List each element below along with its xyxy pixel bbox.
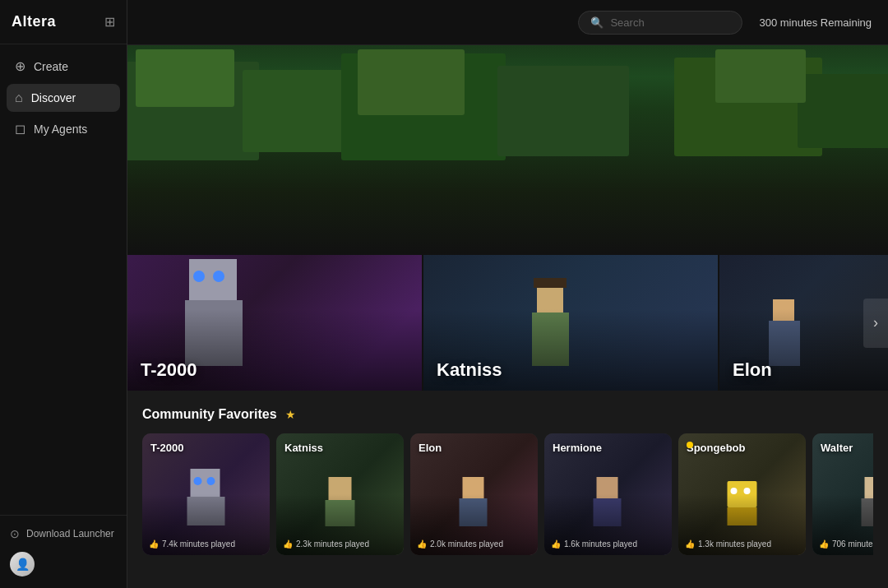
agent-card-hermione[interactable]: Hermione 👍 1.6k minutes played <box>544 433 672 555</box>
agent-card-name-elon: Elon <box>419 442 442 454</box>
avatar[interactable]: 👤 <box>10 552 35 576</box>
tree-canopy-light <box>136 49 234 107</box>
agent-card-t2000[interactable]: T-2000 👍 7.4k minutes played <box>142 433 270 555</box>
main-content: 🔍 300 minutes Remaining <box>127 0 888 588</box>
search-input[interactable] <box>610 16 725 29</box>
community-cards-row: T-2000 👍 7.4k minutes played <box>142 433 873 560</box>
sidebar-item-discover-label: Discover <box>31 91 76 104</box>
sidebar-toggle-icon[interactable]: ⊞ <box>104 14 115 30</box>
panel-elon-label: Elon <box>733 359 772 381</box>
spongebob-indicator <box>687 442 693 448</box>
hero-background <box>127 45 888 255</box>
discover-icon: ⌂ <box>15 91 23 104</box>
panel-katniss-label: Katniss <box>437 359 502 381</box>
thumbup-icon: 👍 <box>283 539 293 549</box>
thumbup-icon: 👍 <box>685 539 695 549</box>
hero-panel-katniss[interactable]: Katniss <box>423 255 718 391</box>
sidebar-item-myagents-label: My Agents <box>34 123 87 136</box>
sidebar-item-discover[interactable]: ⌂ Discover <box>7 84 120 112</box>
agent-card-name-spongebob: Spongebob <box>687 442 746 454</box>
agent-card-stats-walter: 👍 706 minutes played <box>819 539 873 549</box>
thumbup-icon: 👍 <box>819 539 829 549</box>
agent-card-name-walter: Walter <box>821 442 853 454</box>
agent-card-stats-hermione: 👍 1.6k minutes played <box>551 539 637 549</box>
agent-card-name-hermione: Hermione <box>553 442 602 454</box>
hero-panels: T-2000 Katniss <box>127 255 888 391</box>
agent-card-name-t2000: T-2000 <box>150 442 183 454</box>
my-agents-icon: ◻ <box>15 123 25 136</box>
agent-card-name-katniss: Katniss <box>284 442 323 454</box>
thumbup-icon: 👍 <box>551 539 561 549</box>
sidebar: Altera ⊞ ⊕ Create ⌂ Discover ◻ My Agents… <box>0 0 127 588</box>
forest-layer <box>127 45 888 255</box>
thumbup-icon: 👍 <box>417 539 427 549</box>
hero-nav-next-button[interactable]: › <box>863 299 888 348</box>
section-header: Community Favorites ★ <box>142 407 873 422</box>
create-icon: ⊕ <box>15 60 25 73</box>
community-favorites-title: Community Favorites <box>142 407 277 422</box>
hero-section: T-2000 Katniss <box>127 45 888 391</box>
search-icon: 🔍 <box>590 16 604 29</box>
agent-card-stats-elon: 👍 2.0k minutes played <box>417 539 503 549</box>
app-logo: Altera <box>12 13 56 30</box>
minutes-remaining: 300 minutes Remaining <box>759 16 872 29</box>
agent-card-stats-spongebob: 👍 1.3k minutes played <box>685 539 771 549</box>
scroll-area: T-2000 Katniss <box>127 45 888 588</box>
community-favorites-section: Community Favorites ★ <box>127 391 888 576</box>
download-icon: ⊙ <box>10 527 20 540</box>
search-bar: 🔍 <box>578 11 742 35</box>
agent-card-walter[interactable]: Walter 👍 706 minutes played <box>812 433 873 555</box>
sidebar-nav: ⊕ Create ⌂ Discover ◻ My Agents <box>0 44 127 515</box>
star-icon: ★ <box>285 408 296 421</box>
thumbup-icon: 👍 <box>149 539 159 549</box>
sidebar-footer: ⊙ Download Launcher 👤 <box>0 515 127 588</box>
agent-card-spongebob[interactable]: Spongebob 👍 1.3k minutes played <box>678 433 806 555</box>
download-launcher-button[interactable]: ⊙ Download Launcher <box>10 527 117 540</box>
agent-card-elon[interactable]: Elon 👍 2.0k minutes played <box>410 433 538 555</box>
agent-card-katniss[interactable]: Katniss 👍 2.3k minutes played <box>276 433 404 555</box>
chevron-right-icon: › <box>873 314 878 331</box>
agent-card-stats-katniss: 👍 2.3k minutes played <box>283 539 369 549</box>
agent-card-stats-t2000: 👍 7.4k minutes played <box>149 539 235 549</box>
tree-canopy <box>798 74 888 148</box>
sidebar-item-create-label: Create <box>34 60 68 73</box>
tree-canopy-light <box>715 49 806 103</box>
tree-canopy <box>497 66 629 156</box>
sidebar-item-create[interactable]: ⊕ Create <box>7 53 120 81</box>
hero-panel-t2000[interactable]: T-2000 <box>127 255 422 391</box>
tree-canopy-light <box>358 49 465 115</box>
sidebar-header: Altera ⊞ <box>0 0 127 44</box>
tree-canopy <box>243 70 358 152</box>
sidebar-item-my-agents[interactable]: ◻ My Agents <box>7 115 120 143</box>
topbar: 🔍 300 minutes Remaining <box>127 0 888 45</box>
panel-t2000-label: T-2000 <box>141 359 197 381</box>
download-launcher-label: Download Launcher <box>26 528 114 539</box>
